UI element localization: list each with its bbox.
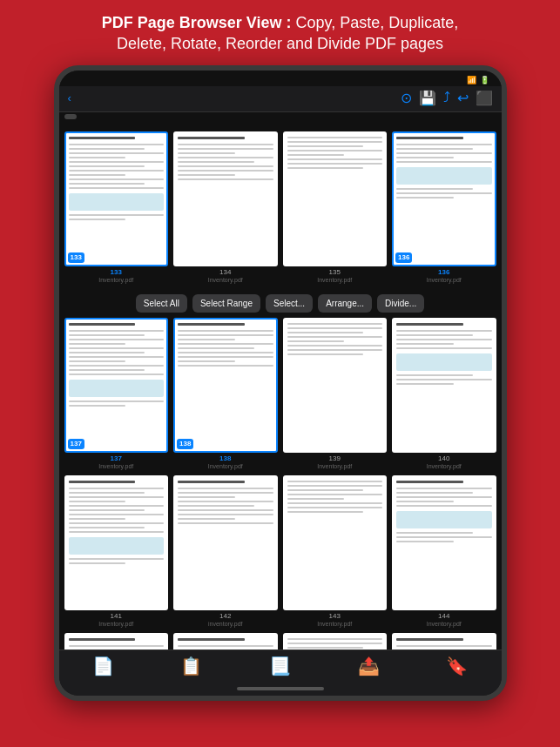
toolbar-btn-divide[interactable]: Divide... [377,294,424,313]
status-bar: 📶 🔋 [59,71,502,86]
page-item[interactable]: 142inventory.pdf [173,475,278,628]
home-bar [237,687,324,690]
nav-actions: ⊙ 💾 ⤴ ↩ ⬛ [401,90,493,106]
tab-item-3[interactable]: 📤 [358,656,380,676]
page-label: 134Inventory.pdf [208,268,243,284]
page-label: 139Inventory.pdf [317,454,352,470]
toolbar-btn-select[interactable]: Select... [266,294,313,313]
page-item[interactable]: 146Inventory.pdf [173,633,278,649]
page-label: 144Inventory.pdf [427,612,462,628]
page-item[interactable]: 141Inventory.pdf [64,475,169,628]
more-icon[interactable]: ⬛ [476,90,493,106]
tab-icon-4: 🔖 [446,656,468,676]
page-label: 137Inventory.pdf [98,454,133,470]
tab-bar: 📄📋📃📤🔖 [59,649,502,683]
toolbar-btn-select-range[interactable]: Select Range [192,294,260,313]
tab-icon-3: 📤 [358,656,380,676]
page-item[interactable]: 145Inventory.pdf [64,633,169,649]
chevron-left-icon: ‹ [68,91,71,104]
tab-item-1[interactable]: 📋 [180,656,202,676]
tab-item-4[interactable]: 🔖 [446,656,468,676]
page-num-badge: 136 [395,252,412,263]
page-label: 135Inventory.pdf [317,268,352,284]
search-icon[interactable]: ⊙ [401,90,412,106]
tab-icon-2: 📃 [269,656,291,676]
promo-header: PDF Page Browser View : Copy, Paste, Dup… [84,0,476,65]
tab-item-0[interactable]: 📄 [92,656,114,676]
page-label: 141Inventory.pdf [98,612,133,628]
page-item[interactable]: 143Inventory.pdf [283,475,388,628]
back-button[interactable]: ‹ [68,91,73,104]
page-item[interactable]: 135Inventory.pdf [283,131,388,284]
page-item[interactable]: 137137Inventory.pdf [64,318,169,470]
page-item[interactable]: 136136Inventory.pdf [392,131,496,284]
tab-icon-1: 📋 [180,656,202,676]
undo-icon[interactable]: ↩ [457,90,469,106]
page-label: 136Inventory.pdf [427,268,462,284]
page-num-badge: 138 [177,439,193,449]
save-icon[interactable]: 💾 [419,90,436,106]
page-item[interactable]: 148inventory.pdf [392,633,496,649]
wifi-icon: 📶 [467,76,476,84]
toolbar-btn-select-all[interactable]: Select All [136,294,187,313]
toolbar-btn-arrange[interactable]: Arrange... [318,294,372,313]
page-item[interactable]: 138138Inventory.pdf [173,318,278,470]
page-item[interactable]: 139Inventory.pdf [283,318,388,470]
page-item[interactable]: 147Inventory.pdf [283,633,388,649]
nav-bar: ‹ ⊙ 💾 ⤴ ↩ ⬛ [59,86,502,112]
page-label: 140Inventory.pdf [427,454,462,470]
page-label: 143Inventory.pdf [317,612,352,628]
device-frame: 📶 🔋 ‹ ⊙ 💾 ⤴ ↩ ⬛ 133133Inventory.pdf134In… [54,65,507,701]
selection-banner [64,114,77,119]
page-item[interactable]: 140Inventory.pdf [392,318,496,470]
page-num-badge: 133 [68,252,84,263]
page-item[interactable]: 133133Inventory.pdf [64,131,169,284]
page-label: 142inventory.pdf [208,612,243,628]
tab-icon-0: 📄 [92,656,114,676]
status-right: 📶 🔋 [467,76,489,84]
home-indicator [59,683,502,696]
page-num-badge: 137 [68,439,84,449]
grid-area: 133133Inventory.pdf134Inventory.pdf135In… [59,112,502,649]
tab-item-2[interactable]: 📃 [269,656,291,676]
toolbar: Select AllSelect RangeSelect...Arrange..… [64,289,496,318]
battery-icon: 🔋 [480,76,489,84]
share-icon[interactable]: ⤴ [443,90,450,105]
page-label: 133Inventory.pdf [98,268,133,284]
page-item[interactable]: 144Inventory.pdf [392,475,496,628]
page-item[interactable]: 134Inventory.pdf [173,131,278,284]
page-label: 138Inventory.pdf [208,454,243,470]
